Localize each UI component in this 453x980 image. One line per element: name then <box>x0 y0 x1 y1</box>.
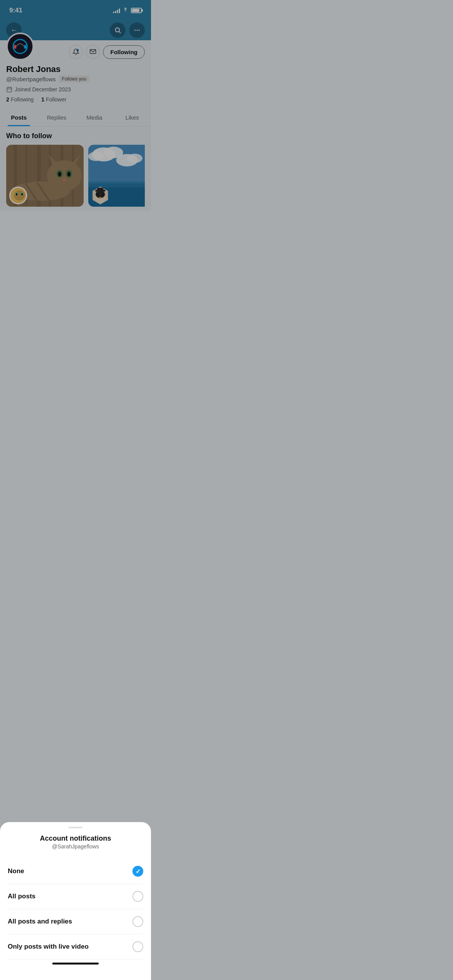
sheet-overlay[interactable] <box>0 0 151 327</box>
